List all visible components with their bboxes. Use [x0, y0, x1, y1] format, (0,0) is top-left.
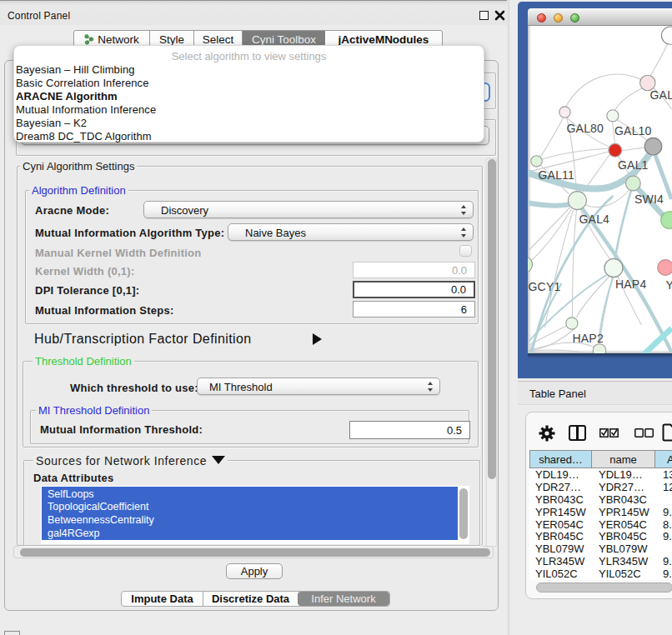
svg-text:HAP4: HAP4	[615, 278, 646, 291]
svg-text:YP: YP	[666, 278, 672, 292]
svg-text:GAL10: GAL10	[614, 124, 652, 138]
svg-text:HAP2: HAP2	[573, 332, 604, 345]
svg-text:GAL80: GAL80	[567, 122, 604, 135]
svg-text:GAL11: GAL11	[539, 168, 575, 182]
svg-text:GCY1: GCY1	[529, 280, 561, 293]
svg-text:GAL8: GAL8	[650, 88, 672, 102]
svg-text:GAL4: GAL4	[579, 212, 610, 226]
svg-text:SWI4: SWI4	[634, 192, 664, 206]
svg-text:GAL1: GAL1	[618, 158, 649, 172]
